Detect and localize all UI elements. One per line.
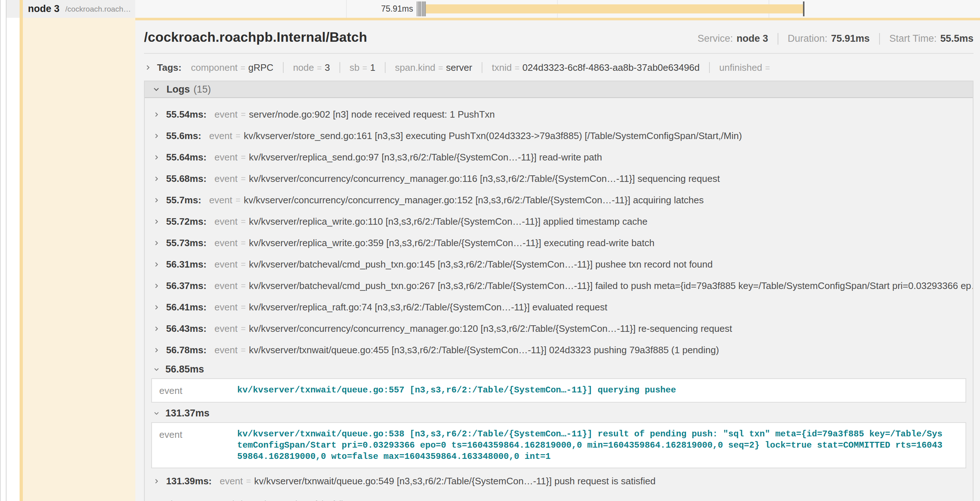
log-timestamp: 56.41ms: [166, 302, 206, 313]
log-timestamp: 55.54ms: [166, 109, 206, 120]
logs-accordion-toggle[interactable]: Logs (15) [145, 81, 973, 98]
log-timestamp: 55.72ms: [166, 216, 206, 227]
log-field-key: event [159, 385, 237, 396]
log-marker-tick [422, 2, 423, 16]
log-field-value: kv/kvserver/batcheval/cmd_push_txn.go:14… [249, 259, 713, 270]
log-row[interactable]: 56.78ms:event=kv/kvserver/txnwait/queue.… [145, 340, 973, 361]
log-list: 55.54ms:event=server/node.go:902 [n3] no… [145, 98, 973, 492]
log-row[interactable]: 56.37ms:event=kv/kvserver/batcheval/cmd_… [145, 275, 973, 297]
equals-sign: = [241, 260, 245, 270]
equals-sign: = [362, 63, 367, 73]
service-value: node 3 [737, 33, 768, 44]
equals-sign: = [438, 63, 443, 73]
log-row[interactable]: 55.64ms:event=kv/kvserver/replica_send.g… [145, 147, 973, 168]
equals-sign: = [240, 63, 245, 73]
log-marker-tick [417, 2, 417, 16]
log-field-value: kv/kvserver/replica_raft.go:74 [n3,s3,r6… [249, 302, 607, 313]
log-field-key: event [214, 259, 237, 270]
log-field-key: event [209, 195, 232, 206]
tag-value: server [446, 62, 472, 73]
tag-key: txnid [492, 62, 512, 73]
tag-divider [482, 62, 482, 73]
equals-sign: = [241, 153, 245, 162]
log-field-value: kv/kvserver/txnwait/queue.go:455 [n3,s3,… [249, 345, 719, 356]
log-row[interactable]: 55.7ms:event=kv/kvserver/concurrency/con… [145, 190, 973, 211]
tag-item: unfinished= [719, 62, 773, 73]
span-duration-bar[interactable] [426, 4, 803, 13]
span-duration-label: 75.91ms [340, 0, 413, 18]
log-row[interactable]: 56.41ms:event=kv/kvserver/replica_raft.g… [145, 297, 973, 318]
log-row-expanded-toggle[interactable]: 131.37ms [145, 405, 973, 421]
equals-sign: = [241, 238, 245, 248]
log-row[interactable]: 55.68ms:event=kv/kvserver/concurrency/co… [145, 168, 973, 190]
tag-item: sb=1 [350, 62, 375, 73]
name-column-resizer[interactable] [6, 0, 6, 501]
span-detail-title: /cockroach.roachpb.Internal/Batch [144, 30, 367, 45]
span-detail-meta: Service: node 3 Duration: 75.91ms Start … [697, 33, 974, 45]
logs-accordion: Logs (15) 55.54ms:event=server/node.go:9… [144, 81, 974, 501]
span-row-timeline-cell[interactable]: 75.91ms [135, 0, 980, 18]
log-row[interactable]: 55.54ms:event=server/node.go:902 [n3] no… [145, 104, 973, 125]
log-row[interactable]: 55.73ms:event=kv/kvserver/replica_write.… [145, 232, 973, 254]
log-marker-tick-end [803, 2, 805, 16]
tag-divider [339, 62, 340, 73]
log-timestamp: 56.43ms: [166, 323, 206, 334]
span-row-service-name: node 3 [28, 3, 59, 14]
chevron-right-icon [153, 282, 160, 290]
equals-sign: = [241, 281, 245, 291]
log-field-key: event [214, 152, 237, 163]
tag-divider [283, 62, 284, 73]
equals-sign: = [241, 217, 245, 227]
equals-sign: = [515, 63, 519, 73]
span-color-accent-bar [19, 0, 23, 501]
log-field-key: event [214, 173, 237, 184]
log-row[interactable]: 56.31ms:event=kv/kvserver/batcheval/cmd_… [145, 254, 973, 275]
logs-title: Logs [167, 84, 190, 95]
chevron-right-icon [153, 239, 160, 247]
log-row[interactable]: 55.6ms:event=kv/kvserver/store_send.go:1… [145, 125, 973, 147]
tag-value: 024d3323-6c8f-4863-aa8b-37ab0e63496d [522, 62, 700, 73]
tag-item: node=3 [293, 62, 330, 73]
log-timestamp: 55.73ms: [166, 238, 206, 249]
log-detail-box: eventkv/kvserver/txnwait/queue.go:557 [n… [151, 378, 966, 403]
tag-key: node [293, 62, 314, 73]
tags-accordion-toggle[interactable]: Tags: component=gRPCnode=3sb=1span.kind=… [144, 59, 974, 75]
chevron-right-icon [144, 64, 152, 72]
start-time-value: 55.5ms [940, 33, 974, 44]
logs-count: (15) [194, 84, 211, 95]
log-row[interactable]: 131.39ms:event=kv/kvserver/txnwait/queue… [145, 471, 973, 492]
log-marker-tick [418, 2, 419, 16]
detail-panel-top-border [135, 18, 980, 20]
log-row[interactable]: 55.72ms:event=kv/kvserver/replica_write.… [145, 211, 973, 232]
log-field-value: kv/kvserver/store_send.go:161 [n3,s3] ex… [244, 130, 742, 142]
tag-item: txnid=024d3323-6c8f-4863-aa8b-37ab0e6349… [492, 62, 700, 73]
log-field-key: event [214, 302, 237, 313]
selected-span-name-column-highlight [23, 18, 135, 501]
equals-sign: = [241, 345, 245, 355]
log-row[interactable]: 56.43ms:event=kv/kvserver/concurrency/co… [145, 318, 973, 340]
duration-value: 75.91ms [831, 33, 870, 44]
log-timestamp: 56.31ms: [166, 259, 206, 270]
log-field-key: event [220, 475, 243, 487]
tag-key: span.kind [395, 62, 435, 73]
chevron-right-icon [153, 111, 160, 118]
equals-sign: = [765, 63, 770, 73]
tags-label: Tags: [157, 62, 181, 73]
log-field-value: server/node.go:902 [n3] node received re… [249, 109, 495, 120]
log-field-key: event [214, 323, 237, 334]
chevron-right-icon [153, 132, 160, 140]
equals-sign: = [235, 131, 240, 141]
log-marker-tick [423, 2, 424, 16]
service-label: Service: [697, 33, 733, 44]
span-row-name-cell[interactable]: node 3 /cockroach.roach… [6, 0, 135, 18]
chevron-right-icon [153, 218, 160, 225]
tag-key: sb [350, 62, 360, 73]
chevron-right-icon [153, 196, 160, 204]
header-divider [144, 53, 974, 54]
chevron-right-icon [153, 303, 160, 311]
log-timestamp: 56.37ms: [166, 280, 206, 292]
log-timestamp: 56.78ms: [166, 345, 206, 356]
log-field-value: kv/kvserver/batcheval/cmd_push_txn.go:26… [249, 280, 973, 292]
log-field-key: event [214, 238, 237, 249]
log-row-expanded-toggle[interactable]: 56.85ms [145, 361, 973, 378]
